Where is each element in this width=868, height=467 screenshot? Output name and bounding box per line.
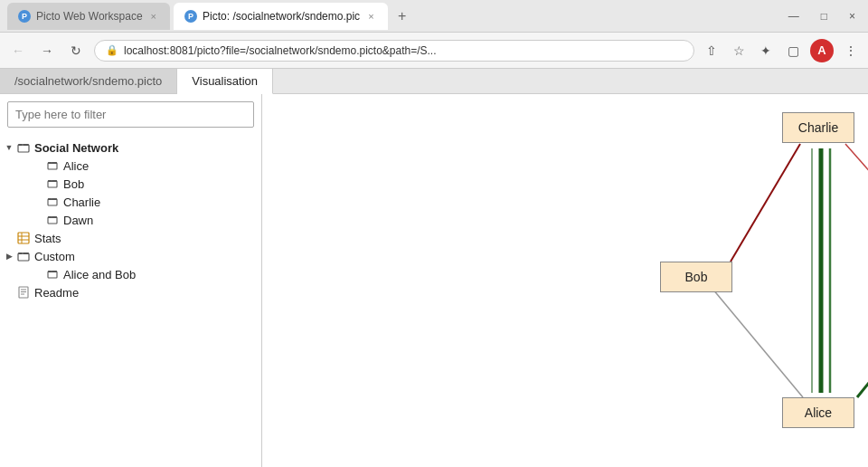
svg-line-31: [712, 289, 803, 397]
graph-edges: [262, 94, 868, 467]
profile-button[interactable]: A: [810, 39, 834, 62]
node-icon-alice-and-bob: [45, 267, 60, 281]
visualization-area: Charlie Bob Dawn Alice: [262, 94, 868, 467]
file-icon-readme: [16, 285, 31, 300]
node-icon-bob: [45, 176, 60, 191]
tree-label-social-network: Social Network: [34, 141, 118, 155]
node-icon-alice: [45, 158, 60, 173]
new-tab-button[interactable]: +: [392, 5, 413, 27]
tree-item-bob[interactable]: Bob: [0, 175, 261, 193]
svg-line-29: [845, 144, 868, 262]
tree-label-readme: Readme: [34, 286, 79, 300]
tree-arrow-charlie: [33, 196, 43, 207]
tree-item-charlie[interactable]: Charlie: [0, 193, 261, 211]
back-button[interactable]: ←: [7, 40, 29, 62]
svg-rect-4: [48, 163, 57, 169]
url-text: localhost:8081/picto?file=/socialnetwork…: [124, 44, 683, 57]
tab-file[interactable]: /socialnetwork/sndemo.picto: [0, 69, 177, 93]
tree-arrow-stats: [4, 233, 14, 243]
svg-rect-8: [52, 180, 57, 182]
browser-tab-inactive[interactable]: P Picto Web Workspace ×: [7, 3, 170, 30]
win-close[interactable]: ×: [844, 8, 861, 24]
tab-visualisation[interactable]: Visualisation: [177, 69, 273, 94]
folder-icon-custom: [16, 249, 31, 263]
node-alice[interactable]: Alice: [782, 397, 854, 428]
tree-arrow-social-network: ▼: [4, 142, 14, 153]
browser-tab-active[interactable]: P Picto: /socialnetwork/sndemo.pic ×: [174, 3, 388, 30]
share-icon[interactable]: ⇧: [702, 41, 722, 61]
tab2-favicon: P: [184, 10, 197, 23]
tree-label-charlie: Charlie: [63, 195, 100, 209]
tree-label-stats: Stats: [34, 232, 61, 245]
tree-arrow-bob: [33, 178, 43, 189]
tree-item-dawn[interactable]: Dawn: [0, 211, 261, 229]
svg-rect-15: [18, 233, 29, 243]
reload-button[interactable]: ↻: [65, 40, 87, 62]
filter-input[interactable]: [7, 101, 254, 128]
tree-label-alice: Alice: [63, 159, 89, 173]
tree-item-custom[interactable]: ▶ Custom: [0, 247, 261, 265]
svg-rect-13: [48, 217, 57, 224]
window-controls: — □ ×: [783, 8, 861, 24]
win-maximize[interactable]: □: [816, 8, 833, 24]
svg-rect-5: [52, 162, 57, 164]
tree-arrow-custom: ▶: [4, 251, 14, 262]
tab1-favicon: P: [18, 10, 31, 23]
svg-rect-21: [23, 253, 29, 254]
table-icon-stats: [16, 231, 31, 245]
tree-item-stats[interactable]: Stats: [0, 229, 261, 247]
node-charlie[interactable]: Charlie: [782, 112, 854, 143]
svg-rect-20: [18, 253, 29, 261]
tree-item-readme[interactable]: Readme: [0, 283, 261, 301]
bookmark-icon[interactable]: ☆: [729, 41, 749, 61]
tree-item-alice[interactable]: Alice: [0, 157, 261, 175]
tree-label-dawn: Dawn: [63, 214, 93, 227]
svg-rect-10: [48, 199, 57, 205]
tree-arrow-alice-and-bob: [33, 269, 43, 280]
svg-rect-11: [52, 198, 57, 200]
forward-button[interactable]: →: [36, 40, 58, 62]
svg-line-30: [731, 144, 800, 262]
svg-rect-14: [52, 216, 57, 218]
menu-icon[interactable]: ⋮: [841, 41, 861, 61]
win-minimize[interactable]: —: [783, 8, 805, 24]
folder-icon-social-network: [16, 140, 31, 155]
security-icon: 🔒: [106, 44, 118, 56]
app-body: ▼ Social Network Alice: [0, 94, 868, 467]
svg-rect-2: [23, 144, 29, 146]
app-tabs: /socialnetwork/sndemo.picto Visualisatio…: [0, 69, 868, 94]
tree-label-alice-and-bob: Alice and Bob: [63, 268, 136, 281]
tree-arrow-readme: [4, 287, 14, 298]
browser-addressbar: ← → ↻ 🔒 localhost:8081/picto?file=/socia…: [0, 33, 868, 69]
tree-label-custom: Custom: [34, 250, 75, 263]
svg-rect-7: [48, 181, 57, 187]
svg-rect-1: [18, 145, 29, 152]
browser-titlebar: P Picto Web Workspace × P Picto: /social…: [0, 0, 868, 33]
tree-container: ▼ Social Network Alice: [0, 135, 261, 467]
tree-arrow-alice: [33, 160, 43, 171]
tab1-label: Picto Web Workspace: [36, 10, 143, 23]
tree-item-alice-and-bob[interactable]: Alice and Bob: [0, 265, 261, 283]
tab1-close[interactable]: ×: [148, 10, 159, 23]
address-bar[interactable]: 🔒 localhost:8081/picto?file=/socialnetwo…: [94, 40, 694, 62]
tab2-close[interactable]: ×: [365, 10, 376, 23]
toolbar-icons: ⇧ ☆ ✦ ▢ A ⋮: [702, 39, 861, 62]
tree-arrow-dawn: [33, 214, 43, 225]
svg-line-35: [857, 289, 868, 397]
split-icon[interactable]: ▢: [783, 41, 803, 61]
svg-rect-24: [52, 271, 57, 272]
node-bob[interactable]: Bob: [660, 262, 732, 292]
tab2-label: Picto: /socialnetwork/sndemo.pic: [203, 10, 360, 23]
svg-rect-23: [48, 272, 57, 278]
extension-icon[interactable]: ✦: [756, 41, 776, 61]
tree-item-social-network[interactable]: ▼ Social Network: [0, 138, 261, 157]
tree-label-bob: Bob: [63, 177, 84, 191]
sidebar: ▼ Social Network Alice: [0, 94, 262, 467]
node-icon-dawn: [45, 213, 60, 227]
app-container: /socialnetwork/sndemo.picto Visualisatio…: [0, 69, 868, 467]
node-icon-charlie: [45, 195, 60, 209]
